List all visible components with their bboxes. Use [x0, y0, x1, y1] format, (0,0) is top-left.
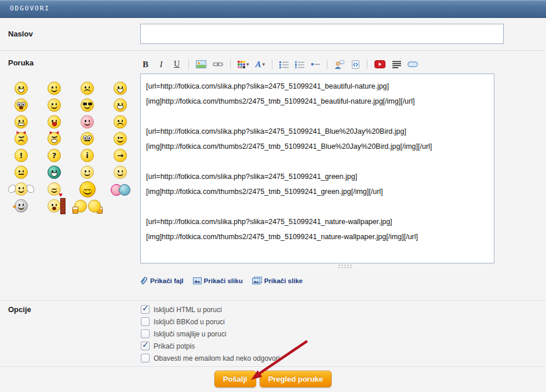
- checkbox-label: Prikači potpis: [154, 342, 195, 350]
- options-list: Isključi HTML u poruciIsključi BBKod u p…: [141, 303, 279, 364]
- justify-button[interactable]: [391, 58, 402, 70]
- attach-file-label: Prikači fajl: [150, 277, 184, 284]
- angel-wings-smiley[interactable]: [14, 182, 28, 196]
- option-row[interactable]: Isključi HTML u poruci: [141, 303, 279, 316]
- code-button[interactable]: [350, 58, 361, 70]
- bold-button[interactable]: B: [140, 58, 151, 70]
- checkbox-checked[interactable]: [141, 342, 150, 350]
- attach-image-link[interactable]: Prikači sliku: [193, 277, 243, 284]
- color-palette-button[interactable]: ▾: [237, 58, 250, 70]
- naslov-label: Naslov: [8, 30, 33, 38]
- naslov-input[interactable]: [140, 24, 504, 44]
- shy-smile-2-smiley[interactable]: [114, 166, 127, 179]
- devil-grin-smiley[interactable]: [48, 132, 61, 145]
- checkbox-checked[interactable]: [141, 305, 150, 314]
- toolbar-separator: [327, 60, 327, 69]
- kiss-heart-smiley[interactable]: [48, 182, 61, 196]
- poruka-textarea[interactable]: [url=http://fotkica.com/slika.php?slika=…: [140, 74, 494, 263]
- unordered-list-icon: [279, 61, 289, 68]
- toolbar-separator: [230, 60, 231, 69]
- page-title: ODGOVORI: [0, 0, 546, 17]
- quote-user-icon: [334, 60, 344, 69]
- textarea-resize-grip[interactable]: [338, 264, 353, 269]
- smiley-grid: !?i→: [5, 80, 139, 214]
- opcije-label: Opcije: [8, 305, 31, 314]
- attach-images-link[interactable]: Prikači slike: [252, 277, 303, 284]
- reply-form-page: ODGOVORI Naslov Poruka B I U: [0, 0, 546, 392]
- smile-smiley[interactable]: [48, 82, 61, 95]
- grin-smiley[interactable]: [114, 98, 127, 112]
- preview-button[interactable]: Pregled poruke: [260, 371, 332, 387]
- font-color-button[interactable]: A ▾: [255, 58, 266, 70]
- sad-smiley[interactable]: [81, 82, 94, 95]
- tongue-smiley[interactable]: [48, 115, 61, 129]
- divider: [0, 301, 546, 301]
- blush-smiley[interactable]: [81, 115, 94, 129]
- wink-smiley[interactable]: [114, 132, 127, 145]
- cool-smiley[interactable]: [81, 98, 94, 112]
- image-icon: [196, 60, 206, 68]
- shy-smile-smiley[interactable]: [81, 166, 94, 179]
- ordered-list-icon: [295, 61, 304, 68]
- biggrin-smiley[interactable]: [14, 82, 28, 95]
- checkbox-label: Obavesti me emailom kad neko odgovori: [154, 354, 279, 362]
- hug-pair-smiley[interactable]: [111, 183, 130, 195]
- submit-button[interactable]: Pošalji: [214, 371, 256, 387]
- headbang-wall-smiley[interactable]: [48, 199, 61, 213]
- devil-angry-smiley[interactable]: [14, 132, 28, 145]
- gray-bird-smiley[interactable]: [14, 199, 28, 213]
- attach-file-link[interactable]: Prikači fajl: [140, 276, 184, 285]
- youtube-icon: [374, 60, 385, 68]
- toolbar-separator: [367, 60, 367, 69]
- cheers-beer-smiley[interactable]: [74, 200, 101, 212]
- option-row[interactable]: Isključi smajlije u poruci: [141, 328, 279, 340]
- exclaim-smiley[interactable]: !: [14, 149, 28, 162]
- insert-image-button[interactable]: [195, 58, 207, 70]
- chevron-down-icon: ▾: [263, 61, 265, 67]
- spoiler-button[interactable]: [407, 58, 418, 70]
- green-grin-smiley[interactable]: [48, 166, 61, 179]
- quote-button[interactable]: [334, 58, 345, 70]
- underline-button[interactable]: U: [172, 58, 182, 70]
- chevron-down-icon: ▾: [246, 61, 249, 67]
- idea-smiley[interactable]: i: [81, 149, 94, 162]
- youtube-button[interactable]: [374, 58, 386, 70]
- editor-toolbar: B I U ▾ A ▾: [140, 57, 496, 72]
- checkbox-label: Isključi smajlije u poruci: [154, 330, 226, 338]
- attach-images-icon: [252, 277, 262, 284]
- checkbox-unchecked[interactable]: [141, 354, 150, 362]
- option-row[interactable]: Prikači potpis: [141, 340, 279, 352]
- checkbox-label: Isključi BBKod u poruci: [154, 318, 225, 326]
- button-row: Pošalji Pregled poruke: [0, 371, 546, 387]
- toolbar-separator: [188, 60, 189, 69]
- checkbox-label: Isključi HTML u poruci: [154, 306, 222, 314]
- rolleyes-smiley[interactable]: [81, 132, 94, 145]
- horizontal-rule-button[interactable]: [310, 58, 321, 70]
- question-smiley[interactable]: ?: [48, 149, 61, 162]
- unordered-list-button[interactable]: [279, 58, 289, 70]
- lol-smiley[interactable]: [114, 82, 127, 95]
- option-row[interactable]: Obavesti me emailom kad neko odgovori: [141, 352, 279, 364]
- checkbox-unchecked[interactable]: [141, 317, 150, 326]
- checkbox-unchecked[interactable]: [141, 329, 150, 338]
- horizontal-rule-icon: [311, 63, 320, 66]
- divider: [0, 367, 546, 367]
- attach-image-icon: [193, 277, 202, 284]
- arrow-smiley[interactable]: →: [114, 149, 127, 162]
- happy-smiley[interactable]: [48, 98, 61, 112]
- option-row[interactable]: Isključi BBKod u poruci: [141, 316, 279, 328]
- eek-smiley[interactable]: [14, 98, 28, 112]
- frown-smiley[interactable]: [114, 115, 127, 129]
- attach-images-label: Prikači slike: [264, 277, 303, 284]
- gritted-smiley[interactable]: [14, 115, 28, 129]
- spoiler-oval-icon: [407, 61, 418, 67]
- font-color-icon: A: [256, 60, 261, 69]
- paperclip-icon: [139, 275, 150, 287]
- italic-button[interactable]: I: [156, 58, 166, 70]
- ordered-list-button[interactable]: [294, 58, 305, 70]
- neutral-smiley[interactable]: [14, 166, 28, 179]
- poruka-label: Poruka: [8, 58, 34, 67]
- pleased-smiley[interactable]: [79, 181, 96, 197]
- insert-link-button[interactable]: [212, 58, 224, 70]
- attach-image-label: Prikači sliku: [204, 277, 243, 284]
